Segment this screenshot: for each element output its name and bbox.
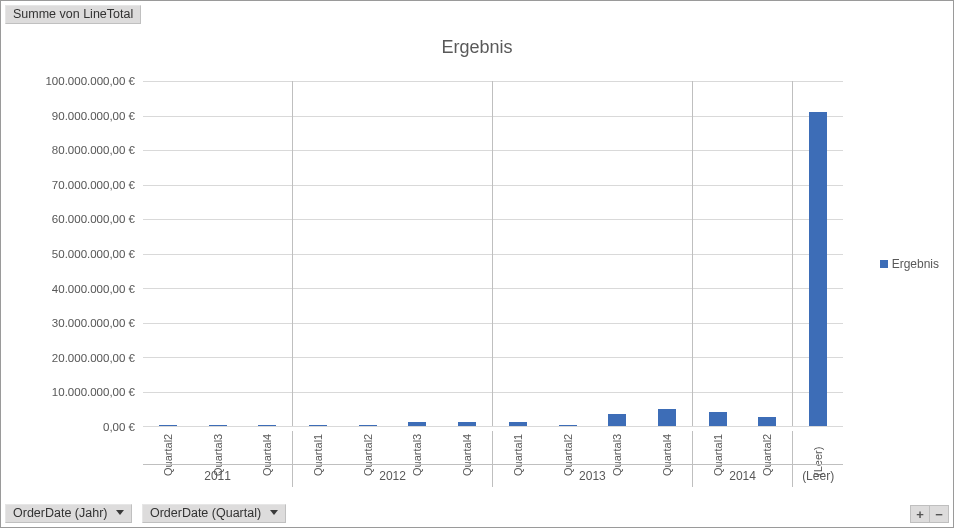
legend-swatch bbox=[880, 260, 888, 268]
bar-column bbox=[242, 81, 292, 426]
year-filter-button[interactable]: OrderDate (Jahr) bbox=[5, 504, 132, 523]
bar bbox=[758, 417, 776, 426]
bar-column bbox=[543, 81, 593, 426]
y-tick-label: 0,00 € bbox=[103, 421, 139, 433]
bar bbox=[359, 425, 377, 426]
bar-column bbox=[642, 81, 692, 426]
bar bbox=[159, 425, 177, 426]
quarter-filter-label: OrderDate (Quartal) bbox=[150, 506, 261, 520]
bar-column bbox=[343, 81, 393, 426]
bar bbox=[408, 422, 426, 426]
bar bbox=[658, 409, 676, 426]
bar bbox=[709, 412, 727, 426]
bars-container bbox=[143, 81, 843, 426]
x-group-label: 2014 bbox=[693, 465, 793, 487]
y-tick-label: 80.000.000,00 € bbox=[52, 144, 139, 156]
axis-fields-bar: OrderDate (Jahr) OrderDate (Quartal) bbox=[5, 504, 290, 523]
y-tick-label: 90.000.000,00 € bbox=[52, 110, 139, 122]
bar bbox=[509, 422, 527, 426]
bar bbox=[458, 422, 476, 426]
y-axis: 0,00 €10.000.000,00 €20.000.000,00 €30.0… bbox=[27, 81, 139, 427]
y-tick-label: 40.000.000,00 € bbox=[52, 283, 139, 295]
bar bbox=[258, 425, 276, 426]
bar-column bbox=[442, 81, 492, 426]
quarter-filter-button[interactable]: OrderDate (Quartal) bbox=[142, 504, 286, 523]
chart-title: Ergebnis bbox=[1, 37, 953, 58]
bar bbox=[559, 425, 577, 426]
bar bbox=[809, 112, 827, 426]
chart-body: 0,00 €10.000.000,00 €20.000.000,00 €30.0… bbox=[27, 81, 843, 487]
bar-column bbox=[493, 81, 543, 426]
legend: Ergebnis bbox=[880, 257, 939, 271]
bar-column bbox=[693, 81, 743, 426]
bar-column bbox=[143, 81, 193, 426]
x-group-label: 2011 bbox=[143, 465, 293, 487]
year-filter-label: OrderDate (Jahr) bbox=[13, 506, 107, 520]
y-tick-label: 30.000.000,00 € bbox=[52, 317, 139, 329]
expand-button[interactable]: + bbox=[910, 505, 930, 523]
x-group-label: (Leer) bbox=[793, 465, 843, 487]
bar-column bbox=[393, 81, 443, 426]
y-tick-label: 100.000.000,00 € bbox=[45, 75, 139, 87]
legend-label: Ergebnis bbox=[892, 257, 939, 271]
collapse-button[interactable]: − bbox=[930, 505, 949, 523]
y-tick-label: 10.000.000,00 € bbox=[52, 386, 139, 398]
bar-column bbox=[193, 81, 243, 426]
x-axis-years: 2011201220132014(Leer) bbox=[143, 464, 843, 487]
x-group-label: 2013 bbox=[493, 465, 693, 487]
values-field-button[interactable]: Summe von LineTotal bbox=[5, 5, 141, 24]
bar-column bbox=[293, 81, 343, 426]
bar-column bbox=[793, 81, 843, 426]
dropdown-icon bbox=[270, 510, 278, 515]
values-field-label: Summe von LineTotal bbox=[13, 7, 133, 21]
zoom-controls: + − bbox=[910, 505, 949, 523]
chart-frame: Summe von LineTotal Ergebnis 0,00 €10.00… bbox=[0, 0, 954, 528]
bar-column bbox=[743, 81, 793, 426]
y-tick-label: 70.000.000,00 € bbox=[52, 179, 139, 191]
plot-area bbox=[143, 81, 843, 427]
bar bbox=[209, 425, 227, 426]
dropdown-icon bbox=[116, 510, 124, 515]
y-tick-label: 60.000.000,00 € bbox=[52, 213, 139, 225]
y-tick-label: 20.000.000,00 € bbox=[52, 352, 139, 364]
values-field-bar: Summe von LineTotal bbox=[5, 5, 145, 24]
x-group-label: 2012 bbox=[293, 465, 493, 487]
bar-column bbox=[592, 81, 642, 426]
y-tick-label: 50.000.000,00 € bbox=[52, 248, 139, 260]
bar bbox=[608, 414, 626, 426]
bar bbox=[309, 425, 327, 426]
